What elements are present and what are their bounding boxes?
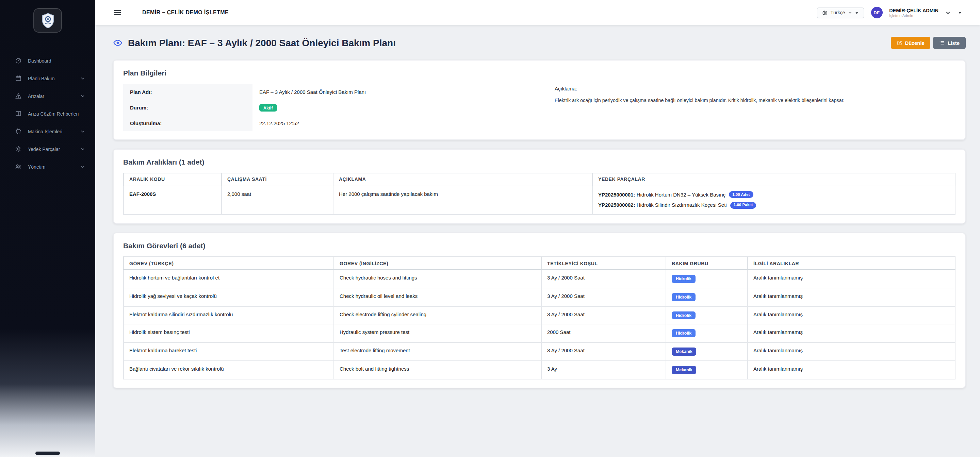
list-button[interactable]: Liste xyxy=(933,37,966,49)
task-en: Hydraulic system pressure test xyxy=(334,324,541,343)
part-name: Hidrolik Hortum DN32 – Yüksek Basınç xyxy=(637,192,726,198)
caret-down-icon[interactable] xyxy=(958,10,962,15)
task-intervals: Aralık tanımlanmamış xyxy=(748,306,955,324)
sidebar-item-label: Yedek Parçalar xyxy=(28,146,80,151)
topbar-right: Türkçe DE DEMİR-ÇELİK ADMIN İşletme Admi… xyxy=(817,7,962,18)
intervals-title: Bakım Aralıkları (1 adet) xyxy=(123,158,956,166)
plan-info-table: Plan Adı: EAF – 3 Aylık / 2000 Saat Önle… xyxy=(123,84,540,131)
user-name: DEMİR-ÇELİK ADMIN xyxy=(889,7,939,13)
task-en: Check bolt and fitting tightness xyxy=(334,361,541,379)
task-trigger: 2000 Saat xyxy=(541,324,666,343)
book-icon xyxy=(15,110,22,117)
user-menu[interactable]: DEMİR-ÇELİK ADMIN İşletme Admin xyxy=(889,7,939,18)
language-selector[interactable]: Türkçe xyxy=(817,7,864,18)
interval-row[interactable]: EAF-2000S 2,000 saat Her 2000 çalışma sa… xyxy=(124,186,955,215)
sidebar-item-yonetim[interactable]: Yönetim xyxy=(0,158,95,175)
chevron-down-icon xyxy=(848,11,852,14)
calendar-icon xyxy=(15,75,22,82)
task-group: Mekanik xyxy=(666,361,748,379)
sidebar-item-label: Makina İşlemleri xyxy=(28,129,80,133)
task-group: Hidrolik xyxy=(666,324,748,343)
page-header: Bakım Planı: EAF – 3 Aylık / 2000 Saat Ö… xyxy=(113,37,966,49)
tasks-card: Bakım Görevleri (6 adet) GÖREV (TÜRKÇE) … xyxy=(113,233,966,388)
description-text: Elektrik ark ocağı için periyodik ve çal… xyxy=(555,97,953,104)
plan-info-grid: Plan Adı: EAF – 3 Aylık / 2000 Saat Önle… xyxy=(123,84,956,131)
page-title: Bakım Planı: EAF – 3 Aylık / 2000 Saat Ö… xyxy=(128,37,396,48)
app-title: DEMİR – ÇELİK DEMO İŞLETME xyxy=(142,10,229,16)
page-actions: Düzenle Liste xyxy=(891,37,966,49)
interval-code: EAF-2000S xyxy=(124,186,221,215)
language-label: Türkçe xyxy=(830,10,845,15)
plan-field-row: Plan Adı: EAF – 3 Aylık / 2000 Saat Önle… xyxy=(123,84,540,99)
task-intervals: Aralık tanımlanmamış xyxy=(748,270,955,288)
task-trigger: 3 Ay / 2000 Saat xyxy=(541,288,666,306)
plan-description: Açıklama: Elektrik ark ocağı için periyo… xyxy=(540,84,956,131)
task-tr: Elektrot kaldırma hareket testi xyxy=(124,343,334,361)
column-header: AÇIKLAMA xyxy=(333,173,592,186)
task-tr: Hidrolik hortum ve bağlantıları kontrol … xyxy=(124,270,334,288)
sidebar-item-yedek-parcalar[interactable]: Yedek Parçalar xyxy=(0,140,95,158)
task-tr: Bağlantı civataları ve rekor sıkılık kon… xyxy=(124,361,334,379)
task-row[interactable]: Hidrolik hortum ve bağlantıları kontrol … xyxy=(124,270,955,288)
list-button-label: Liste xyxy=(948,40,959,46)
column-header: GÖREV (TÜRKÇE) xyxy=(124,257,334,270)
task-en: Test electrode lifting movement xyxy=(334,343,541,361)
column-header: GÖREV (İNGİLİZCE) xyxy=(334,257,541,270)
interval-hours: 2,000 saat xyxy=(221,186,333,215)
sidebar-item-planli-bakim[interactable]: Planlı Bakım xyxy=(0,69,95,87)
group-badge: Mekanik xyxy=(672,366,697,374)
task-group: Hidrolik xyxy=(666,270,748,288)
tasks-header-row: GÖREV (TÜRKÇE) GÖREV (İNGİLİZCE) TETİKLE… xyxy=(124,257,955,270)
topbar: DEMİR – ÇELİK DEMO İŞLETME Türkçe DE DEM… xyxy=(95,0,980,25)
field-value: 22.12.2025 12:52 xyxy=(253,116,540,131)
sidebar-item-dashboard[interactable]: Dashboard xyxy=(0,52,95,69)
part-qty-badge: 1.00 Paket xyxy=(730,202,756,209)
plan-field-row: Durum: Aktif xyxy=(123,99,540,116)
sidebar-item-label: Yönetim xyxy=(28,164,80,169)
eye-icon xyxy=(113,38,123,48)
field-label: Plan Adı: xyxy=(123,84,253,99)
chevron-down-icon xyxy=(80,164,85,169)
tasks-table: GÖREV (TÜRKÇE) GÖREV (İNGİLİZCE) TETİKLE… xyxy=(123,256,956,379)
avatar[interactable]: DE xyxy=(871,7,882,18)
task-row[interactable]: Hidrolik yağ seviyesi ve kaçak kontrolü … xyxy=(124,288,955,306)
sidebar-item-arizalar[interactable]: Arızalar xyxy=(0,87,95,105)
chevron-down-icon[interactable] xyxy=(945,10,951,15)
task-row[interactable]: Elektrot kaldırma silindiri sızdırmazlık… xyxy=(124,306,955,324)
pencil-icon xyxy=(897,40,902,46)
column-header: ÇALIŞMA SAATİ xyxy=(221,173,333,186)
part-line: YP2025000002: Hidrolik Silindir Sızdırma… xyxy=(598,202,950,209)
column-header: ARALIK KODU xyxy=(124,173,221,186)
app-root: Dashboard Planlı Bakım Arızalar xyxy=(0,0,980,457)
plan-info-title: Plan Bilgileri xyxy=(123,69,956,77)
edit-button-label: Düzenle xyxy=(905,40,924,46)
task-row[interactable]: Hidrolik sistem basınç testi Hydraulic s… xyxy=(124,324,955,343)
chevron-down-icon xyxy=(80,146,85,151)
sidebar-resize-handle[interactable] xyxy=(35,452,60,455)
task-row[interactable]: Elektrot kaldırma hareket testi Test ele… xyxy=(124,343,955,361)
gear-icon xyxy=(15,146,22,152)
tasks-title: Bakım Görevleri (6 adet) xyxy=(123,241,956,249)
user-role: İşletme Admin xyxy=(889,13,939,18)
task-intervals: Aralık tanımlanmamış xyxy=(748,361,955,379)
sidebar-item-makina-islemleri[interactable]: Makina İşlemleri xyxy=(0,122,95,140)
task-en: Check hydraulic oil level and leaks xyxy=(334,288,541,306)
group-badge: Hidrolik xyxy=(672,293,695,301)
chevron-down-icon xyxy=(80,94,85,98)
sidebar-item-label: Dashboard xyxy=(28,58,85,63)
task-row[interactable]: Bağlantı civataları ve rekor sıkılık kon… xyxy=(124,361,955,379)
main-content: Bakım Planı: EAF – 3 Aylık / 2000 Saat Ö… xyxy=(95,25,980,457)
sidebar-item-ariza-cozum-rehberleri[interactable]: Arıza Çözüm Rehberleri xyxy=(0,105,95,122)
column-header: YEDEK PARÇALAR xyxy=(592,173,955,186)
company-logo[interactable] xyxy=(33,8,62,33)
task-tr: Hidrolik yağ seviyesi ve kaçak kontrolü xyxy=(124,288,334,306)
field-label: Oluşturulma: xyxy=(123,116,253,131)
edit-button[interactable]: Düzenle xyxy=(891,37,931,49)
task-group: Hidrolik xyxy=(666,306,748,324)
intervals-table: ARALIK KODU ÇALIŞMA SAATİ AÇIKLAMA YEDEK… xyxy=(123,173,956,215)
menu-toggle-button[interactable] xyxy=(113,8,122,17)
sidebar-item-label: Arıza Çözüm Rehberleri xyxy=(28,111,85,116)
group-badge: Mekanik xyxy=(672,348,697,355)
intervals-card: Bakım Aralıkları (1 adet) ARALIK KODU ÇA… xyxy=(113,149,966,224)
sidebar-item-label: Planlı Bakım xyxy=(28,76,80,81)
